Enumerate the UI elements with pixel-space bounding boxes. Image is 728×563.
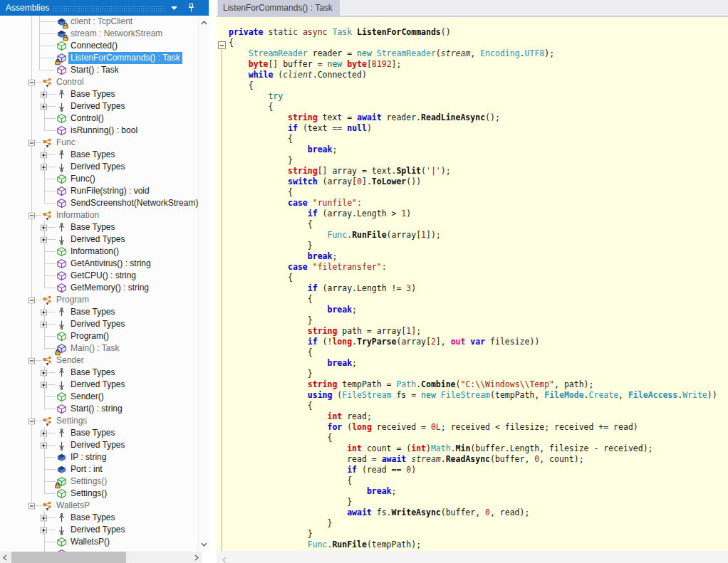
expand-box-icon[interactable]: [41, 91, 47, 98]
method-private-icon: [56, 125, 67, 136]
method-private-lock-icon: [56, 343, 67, 354]
field-private-icon: [56, 16, 67, 27]
code-line: string tempPath = Path.Combine("C:\\Wind…: [229, 379, 717, 390]
tree-item[interactable]: GetMemory() : string: [0, 282, 198, 294]
collapse-box-icon[interactable]: [28, 503, 35, 509]
tree-item[interactable]: Program(): [0, 330, 198, 342]
code-editor[interactable]: private static async Task ListenForComma…: [217, 17, 728, 551]
tree-item[interactable]: Sender(): [0, 391, 198, 403]
tree-item[interactable]: Information: [0, 209, 198, 221]
tree-item[interactable]: Start() : string: [0, 403, 198, 415]
expand-box-icon[interactable]: [41, 309, 47, 315]
code-line: break;: [229, 358, 717, 369]
assemblies-panel-header[interactable]: Assemblies: [0, 0, 211, 16]
tree-item[interactable]: Control: [0, 76, 198, 88]
tree-item[interactable]: Base Types: [0, 221, 198, 233]
assemblies-tree[interactable]: client : TcpClient stream : NetworkStrea…: [0, 16, 198, 552]
tree-item-label: Derived Types: [71, 161, 125, 173]
scrollbar-thumb[interactable]: [11, 552, 126, 563]
tree-item[interactable]: Settings(): [0, 475, 198, 488]
scroll-down-button[interactable]: [200, 540, 208, 549]
tree-item[interactable]: Main() : Task: [0, 342, 198, 354]
tree-item[interactable]: client : TcpClient: [0, 16, 198, 28]
expand-box-icon[interactable]: [41, 369, 47, 376]
tree-item[interactable]: RunFile(string) : void: [0, 185, 198, 197]
code-line: string path = array[1];: [229, 326, 717, 337]
tree-item[interactable]: Program: [0, 294, 198, 306]
method-public-lock-icon: [56, 476, 67, 487]
code-line: if (!long.TryParse(array[2], out var fil…: [229, 337, 717, 347]
tree-item[interactable]: Derived Types: [0, 233, 198, 246]
scroll-left-button[interactable]: [1, 553, 9, 562]
expand-box-icon[interactable]: [41, 224, 47, 231]
tree-item[interactable]: Func(): [0, 173, 198, 185]
tree-vertical-scrollbar[interactable]: [198, 16, 209, 552]
tree-item[interactable]: Base Types: [0, 149, 198, 161]
scroll-left-button[interactable]: [222, 553, 227, 563]
tree-item[interactable]: Derived Types: [0, 379, 198, 391]
code-horizontal-scrollbar[interactable]: [217, 551, 728, 563]
expand-box-icon[interactable]: [41, 442, 47, 448]
scroll-up-button[interactable]: [200, 19, 208, 27]
tree-item[interactable]: stream : NetworkStream: [0, 28, 198, 40]
tree-item[interactable]: isRunning() : bool: [0, 125, 198, 137]
method-public-icon: [56, 174, 67, 184]
tree-item-label: Base Types: [71, 427, 115, 439]
tree-item[interactable]: Base Types: [0, 367, 198, 379]
expand-box-icon[interactable]: [41, 236, 47, 243]
tree-item[interactable]: Base Types: [0, 88, 198, 100]
expand-box-icon[interactable]: [41, 103, 47, 110]
tree-item[interactable]: Derived Types: [0, 524, 198, 536]
tree-item[interactable]: SendScreenshot(NetworkStream) :: [0, 197, 198, 209]
tree-item[interactable]: GetCPU() : string: [0, 270, 198, 282]
tree-item[interactable]: Information(): [0, 246, 198, 258]
collapse-box-icon[interactable]: [28, 79, 35, 85]
expand-box-icon[interactable]: [41, 152, 47, 158]
tree-item[interactable]: Start() : Task: [0, 64, 198, 76]
code-line: {: [229, 102, 717, 112]
caret-down-icon: [171, 6, 177, 10]
scroll-right-button[interactable]: [192, 553, 201, 562]
tree-item[interactable]: WalletsP: [0, 500, 198, 512]
code-line: {: [229, 187, 717, 198]
tree-item[interactable]: Sender: [0, 354, 198, 367]
tab-listenforcommands[interactable]: ListenForCommands() : Task: [218, 0, 340, 16]
tree-item[interactable]: GetAntivirus() : string: [0, 258, 198, 270]
collapse-box-icon[interactable]: [28, 297, 35, 303]
tree-item[interactable]: Derived Types: [0, 161, 198, 173]
tree-item[interactable]: Func: [0, 137, 198, 149]
tree-item[interactable]: WalletsP(): [0, 536, 198, 548]
tree-item[interactable]: Settings(): [0, 488, 198, 500]
method-public-icon: [56, 41, 67, 51]
tree-item[interactable]: Derived Types: [0, 439, 198, 451]
expand-box-icon[interactable]: [41, 164, 47, 170]
tree-item[interactable]: IP : string: [0, 451, 198, 463]
expand-box-icon[interactable]: [41, 515, 47, 521]
tree-item[interactable]: ListenForCommands() : Task: [0, 52, 198, 64]
editor-panel: ListenForCommands() : Task private stati…: [217, 0, 728, 563]
collapse-box-icon[interactable]: [28, 418, 35, 424]
collapse-box-icon[interactable]: [28, 212, 35, 219]
tree-horizontal-scrollbar[interactable]: [0, 552, 202, 563]
tree-item[interactable]: Settings: [0, 415, 198, 427]
tree-item[interactable]: Base Types: [0, 512, 198, 524]
expand-box-icon[interactable]: [41, 527, 47, 533]
panel-pin-button[interactable]: [184, 0, 198, 16]
expand-box-icon[interactable]: [41, 430, 47, 436]
tree-item[interactable]: Control(): [0, 112, 198, 125]
collapse-box-icon[interactable]: [28, 140, 35, 146]
tree-item[interactable]: Derived Types: [0, 318, 198, 330]
field-private-icon: [56, 28, 67, 39]
tree-item[interactable]: Port : int: [0, 463, 198, 475]
tree-item[interactable]: Base Types: [0, 306, 198, 318]
tree-item[interactable]: Derived Types: [0, 100, 198, 112]
expand-box-icon[interactable]: [41, 321, 47, 327]
tree-item-label: Derived Types: [71, 100, 125, 112]
collapse-box-icon[interactable]: [28, 357, 35, 364]
tree-item[interactable]: Base Types: [0, 427, 198, 439]
tree-item[interactable]: Connected(): [0, 40, 198, 52]
expand-box-icon[interactable]: [41, 382, 47, 388]
panel-menu-button[interactable]: [167, 0, 181, 16]
tree-item-label: GetMemory() : string: [71, 282, 149, 294]
chevron-right-icon: [194, 554, 199, 561]
